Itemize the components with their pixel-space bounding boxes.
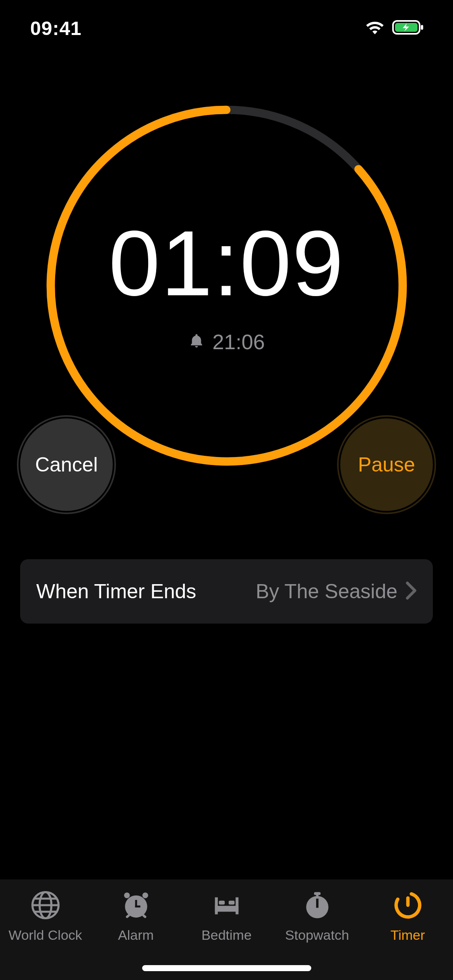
timer-ring-center: 01:09 21:06: [41, 101, 412, 471]
timer-icon: [392, 889, 424, 922]
when-timer-ends-label: When Timer Ends: [36, 580, 196, 603]
status-bar: 09:41: [0, 0, 453, 56]
timer-end-row: 21:06: [188, 330, 265, 354]
timer-ring: 01:09 21:06: [41, 101, 412, 471]
bell-icon: [188, 333, 205, 351]
pause-button-label: Pause: [358, 453, 415, 476]
svg-point-11: [124, 892, 130, 898]
svg-rect-17: [215, 906, 238, 912]
tab-alarm[interactable]: Alarm: [91, 889, 181, 943]
svg-rect-2: [421, 25, 423, 30]
svg-rect-18: [219, 901, 225, 905]
home-indicator[interactable]: [142, 965, 311, 971]
svg-rect-19: [228, 901, 234, 905]
cancel-button-label: Cancel: [35, 453, 98, 476]
chevron-right-icon: [405, 581, 417, 602]
pause-button[interactable]: Pause: [340, 418, 433, 511]
svg-rect-23: [316, 894, 319, 897]
status-time: 09:41: [30, 17, 82, 39]
when-timer-ends-row[interactable]: When Timer Ends By The Seaside: [20, 559, 433, 624]
tab-world-clock[interactable]: World Clock: [0, 889, 91, 943]
alarm-clock-icon: [120, 889, 152, 922]
tab-label: World Clock: [8, 927, 82, 943]
battery-charging-icon: [392, 19, 425, 37]
tab-bedtime[interactable]: Bedtime: [181, 889, 272, 943]
svg-rect-21: [316, 899, 319, 908]
tab-timer[interactable]: Timer: [362, 889, 453, 943]
wifi-icon: [364, 19, 385, 37]
tab-label: Bedtime: [201, 927, 252, 943]
time-remaining: 01:09: [109, 217, 345, 310]
tab-label: Alarm: [118, 927, 154, 943]
tab-label: Stopwatch: [285, 927, 349, 943]
svg-point-12: [142, 892, 148, 898]
tab-stopwatch[interactable]: Stopwatch: [272, 889, 362, 943]
globe-icon: [30, 889, 61, 922]
timer-end-time: 21:06: [212, 330, 265, 354]
when-timer-ends-value: By The Seaside: [256, 580, 397, 603]
stopwatch-icon: [302, 889, 333, 922]
tab-label: Timer: [391, 927, 425, 943]
bed-icon: [211, 889, 242, 922]
cancel-button[interactable]: Cancel: [20, 418, 113, 511]
status-icons: [364, 19, 425, 37]
svg-rect-10: [135, 906, 140, 908]
